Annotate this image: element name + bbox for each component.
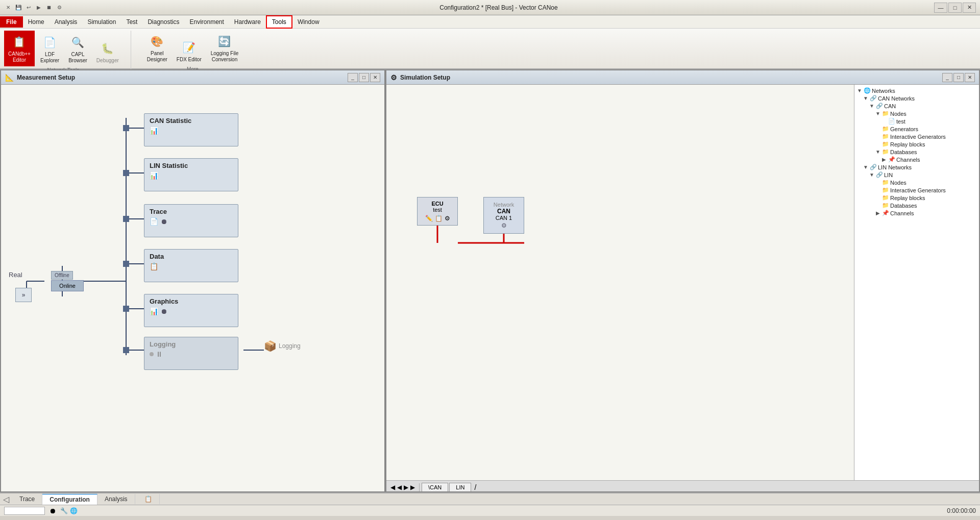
- ecu-node[interactable]: ECU test ✏️ 📋 ⚙: [417, 197, 458, 226]
- close-icon[interactable]: ✕: [4, 4, 12, 12]
- can-sim-tab[interactable]: \CAN: [422, 483, 448, 491]
- add-tab-icon[interactable]: /: [472, 483, 476, 491]
- tree-replay-blocks[interactable]: 📁 Replay blocks: [875, 140, 977, 148]
- lin-statistics-node[interactable]: LIN Statistic 📊: [144, 158, 238, 191]
- menu-analysis[interactable]: Analysis: [50, 16, 83, 28]
- databases-icon: 📁: [882, 148, 889, 155]
- svg-rect-12: [123, 347, 129, 353]
- debugger-button[interactable]: 🐛 Debugger: [93, 38, 122, 66]
- lin-channels-expand-icon: ▶: [875, 210, 881, 216]
- undo-icon[interactable]: ↩: [24, 4, 33, 12]
- sim-tab-prev[interactable]: ◀: [390, 484, 395, 491]
- menu-diagnostics[interactable]: Diagnostics: [142, 16, 184, 28]
- menu-hardware[interactable]: Hardware: [229, 16, 266, 28]
- menu-home[interactable]: Home: [23, 16, 50, 28]
- save-icon[interactable]: 💾: [14, 4, 22, 12]
- panel-designer-button[interactable]: 🎨 PanelDesigner: [143, 31, 171, 65]
- tree-can-networks[interactable]: ▼ 🔗 CAN Networks: [863, 94, 977, 102]
- menu-environment[interactable]: Environment: [184, 16, 229, 28]
- tree-lin[interactable]: ▼ 🔗 LIN: [869, 171, 977, 179]
- simulation-close-button[interactable]: ✕: [965, 73, 975, 82]
- status-search-input[interactable]: [4, 507, 45, 515]
- menu-file[interactable]: File: [0, 16, 23, 28]
- play-icon[interactable]: ▶: [35, 4, 43, 12]
- lin-databases-label: Databases: [890, 203, 917, 209]
- simulation-minimize-button[interactable]: _: [942, 73, 952, 82]
- sim-tab-prev2[interactable]: ◀: [397, 484, 402, 491]
- data-node[interactable]: Data 📋: [144, 249, 238, 282]
- settings-icon[interactable]: ⚙: [55, 4, 63, 12]
- lin-networks-expand-icon: ▼: [863, 164, 869, 170]
- tree-can[interactable]: ▼ 🔗 CAN: [869, 102, 977, 110]
- fdx-icon: 📝: [181, 39, 197, 56]
- databases-label: Databases: [890, 149, 917, 155]
- tree-networks[interactable]: ▼ 🌐 Networks: [856, 87, 977, 94]
- menu-window[interactable]: Window: [292, 16, 325, 28]
- network-node[interactable]: Network CAN CAN 1 ⚙: [483, 197, 524, 234]
- test-label: test: [896, 118, 905, 125]
- menu-tools[interactable]: Tools: [266, 15, 292, 29]
- tree-nodes[interactable]: ▼ 📁 Nodes: [875, 110, 977, 117]
- tree-interactive-gen[interactable]: 📁 Interactive Generators: [875, 133, 977, 140]
- expand-arrow-button[interactable]: »: [15, 288, 32, 302]
- tree-generators[interactable]: 📁 Generators: [875, 125, 977, 133]
- tree-channels[interactable]: ▶ 📌 Channels: [881, 156, 977, 163]
- network-title: Network: [486, 202, 522, 208]
- measurement-maximize-button[interactable]: □: [359, 73, 369, 82]
- menu-test[interactable]: Test: [121, 16, 142, 28]
- online-box[interactable]: Online: [51, 280, 84, 291]
- tab-separator: [419, 483, 420, 491]
- simulation-setup-title: Simulation Setup: [400, 74, 450, 81]
- extra-bottom-tab[interactable]: 📋: [135, 494, 160, 504]
- tree-test-node[interactable]: 📄 test: [881, 117, 977, 125]
- ecu-menu-icon[interactable]: ⚙: [445, 215, 450, 222]
- status-network-icon[interactable]: 🌐: [70, 507, 78, 514]
- trace-node[interactable]: Trace 📄 ⏺: [144, 204, 238, 237]
- test-expand-icon: [881, 118, 887, 124]
- network-settings-icon[interactable]: ⚙: [486, 222, 522, 229]
- tree-lin-databases[interactable]: 📁 Databases: [875, 202, 977, 209]
- simulation-setup-icon: ⚙: [390, 73, 397, 82]
- measurement-close-button[interactable]: ✕: [370, 73, 380, 82]
- tree-lin-replay[interactable]: 📁 Replay blocks: [875, 194, 977, 202]
- logging-conversion-button[interactable]: 🔄 Logging FileConversion: [207, 31, 242, 65]
- status-settings-icon[interactable]: 🔧: [60, 507, 68, 514]
- lin-sim-tab[interactable]: LIN: [449, 483, 471, 491]
- candb-editor-icon: 📋: [11, 34, 28, 50]
- measurement-minimize-button[interactable]: _: [348, 73, 358, 82]
- tree-databases[interactable]: ▼ 📁 Databases: [875, 148, 977, 156]
- svg-rect-10: [123, 261, 129, 267]
- sim-tab-next2[interactable]: ▶: [410, 484, 415, 491]
- ecu-config-icon[interactable]: 📋: [435, 215, 443, 222]
- fdx-editor-button[interactable]: 📝 FDX Editor: [173, 37, 205, 65]
- sim-tab-next[interactable]: ▶: [404, 484, 408, 491]
- candb-editor-button[interactable]: 📋 CANdb++Editor: [4, 31, 35, 66]
- lin-label: LIN: [884, 172, 893, 178]
- nodes-expand-icon: ▼: [875, 111, 881, 116]
- lin-nodes-expand-icon: [875, 180, 881, 185]
- maximize-button[interactable]: □: [948, 3, 962, 13]
- minimize-button[interactable]: —: [934, 3, 947, 13]
- analysis-bottom-tab[interactable]: Analysis: [97, 494, 135, 504]
- bottom-tabs-expand-icon[interactable]: ◁: [0, 494, 12, 504]
- logging-icon: 🔄: [216, 33, 233, 49]
- debugger-label: Debugger: [96, 58, 119, 64]
- status-filter-icon[interactable]: ⏺: [49, 507, 56, 515]
- logging-node[interactable]: Logging ⏸: [144, 337, 238, 370]
- tree-lin-intgen[interactable]: 📁 Interactive Generators: [875, 186, 977, 194]
- ldf-explorer-button[interactable]: 📄 LDFExplorer: [37, 32, 63, 66]
- tree-lin-channels[interactable]: ▶ 📌 Channels: [875, 209, 977, 217]
- graphics-node[interactable]: Graphics 📊 ⏺: [144, 294, 238, 327]
- configuration-bottom-tab[interactable]: Configuration: [42, 494, 97, 505]
- capl-browser-button[interactable]: 🔍 CAPLBrowser: [65, 32, 91, 66]
- tree-lin-networks[interactable]: ▼ 🔗 LIN Networks: [863, 163, 977, 171]
- can-statistics-node[interactable]: CAN Statistic 📊: [144, 113, 238, 146]
- stop-icon[interactable]: ⏹: [45, 4, 53, 12]
- close-button[interactable]: ✕: [963, 3, 976, 13]
- simulation-maximize-button[interactable]: □: [953, 73, 964, 82]
- window-controls: — □ ✕: [934, 3, 976, 13]
- trace-bottom-tab[interactable]: Trace: [12, 494, 42, 504]
- menu-simulation[interactable]: Simulation: [82, 16, 121, 28]
- tree-lin-nodes[interactable]: 📁 Nodes: [875, 179, 977, 186]
- ecu-edit-icon[interactable]: ✏️: [425, 215, 433, 222]
